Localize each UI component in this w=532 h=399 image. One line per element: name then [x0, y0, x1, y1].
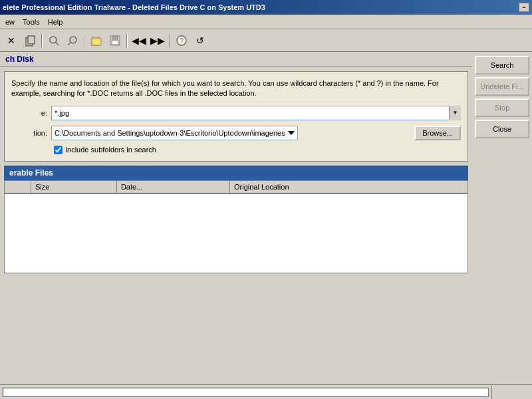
status-bar [0, 384, 532, 399]
menu-item-tools[interactable]: Tools [19, 17, 44, 27]
checkbox-row: Include subfolders in search [11, 146, 461, 154]
toolbar-separator-4 [169, 34, 170, 47]
menu-item-view[interactable]: ew [1, 17, 19, 27]
minimize-button[interactable]: − [519, 3, 529, 12]
title-bar-controls: − [519, 3, 529, 12]
subfolders-checkbox[interactable] [54, 146, 63, 154]
open-file-icon[interactable] [88, 32, 105, 49]
stop-button[interactable]: Stop [475, 98, 529, 117]
close-icon[interactable]: ✕ [3, 32, 20, 49]
name-input-container: ▼ [51, 106, 461, 120]
search-disk-panel: Specify the name and location of the fil… [4, 71, 468, 162]
status-section-main [0, 385, 492, 399]
col-filename[interactable] [5, 180, 31, 194]
copy-icon[interactable] [21, 32, 39, 49]
search-right-icon[interactable] [64, 32, 81, 49]
main-container: ch Disk Specify the name and location of… [0, 52, 532, 399]
svg-text:?: ? [180, 37, 184, 45]
svg-line-3 [56, 43, 59, 45]
toolbar-separator-2 [84, 34, 85, 47]
table-empty-row [5, 194, 468, 273]
help-circle-icon[interactable]: ? [173, 32, 190, 49]
location-input-container: C:\Documents and Settings\uptodown-3\Esc… [51, 126, 412, 140]
refresh-icon[interactable]: ↺ [192, 32, 209, 49]
toolbar-separator-3 [126, 34, 128, 47]
name-dropdown-arrow[interactable]: ▼ [449, 106, 461, 120]
name-label: e: [11, 109, 51, 117]
toolbar-separator-1 [41, 34, 43, 47]
description-text: Specify the name and location of the fil… [11, 78, 461, 99]
browse-button[interactable]: Browse... [414, 126, 461, 140]
recoverable-section: erable Files Size Date... Original Locat… [4, 166, 468, 395]
status-section-narrow [492, 385, 532, 399]
left-panel: ch Disk Specify the name and location of… [0, 52, 472, 399]
svg-rect-1 [28, 36, 35, 44]
svg-point-2 [50, 37, 57, 43]
svg-point-4 [70, 37, 76, 43]
subfolders-label: Include subfolders in search [65, 146, 156, 154]
section-header: ch Disk [0, 52, 472, 67]
location-label: tion: [11, 129, 51, 137]
undelete-button[interactable]: Undelete Fi... [475, 77, 529, 96]
search-button[interactable]: Search [475, 56, 529, 74]
close-button[interactable]: Close [475, 120, 529, 138]
col-size[interactable]: Size [31, 180, 117, 194]
svg-line-5 [68, 43, 70, 45]
svg-rect-10 [112, 41, 118, 45]
recoverable-header: erable Files [4, 166, 468, 180]
status-input [3, 388, 489, 397]
name-row: e: ▼ [11, 106, 461, 120]
svg-rect-9 [112, 36, 118, 39]
location-field-row: C:\Documents and Settings\uptodown-3\Esc… [51, 126, 461, 140]
file-table: Size Date... Original Location [4, 180, 468, 274]
right-panel: Search Undelete Fi... Stop Close [472, 52, 532, 399]
menu-bar: ew Tools Help [0, 15, 532, 29]
title-bar: elete Professional Edition Trialware - D… [0, 0, 532, 15]
menu-item-help[interactable]: Help [44, 17, 67, 27]
move-left-icon[interactable]: ◀◀ [130, 32, 148, 49]
col-location[interactable]: Original Location [229, 180, 467, 194]
name-input[interactable] [51, 106, 461, 120]
save-icon[interactable] [106, 32, 124, 49]
move-right-icon[interactable]: ▶▶ [149, 32, 166, 49]
location-row: tion: C:\Documents and Settings\uptodown… [11, 126, 461, 140]
col-date[interactable]: Date... [116, 180, 229, 194]
location-select[interactable]: C:\Documents and Settings\uptodown-3\Esc… [51, 126, 298, 140]
title-bar-text: elete Professional Edition Trialware - D… [3, 3, 265, 11]
search-left-icon[interactable] [45, 32, 63, 49]
toolbar: ✕ ◀◀ ▶▶ ? ↺ [0, 29, 532, 52]
svg-rect-7 [92, 39, 101, 45]
